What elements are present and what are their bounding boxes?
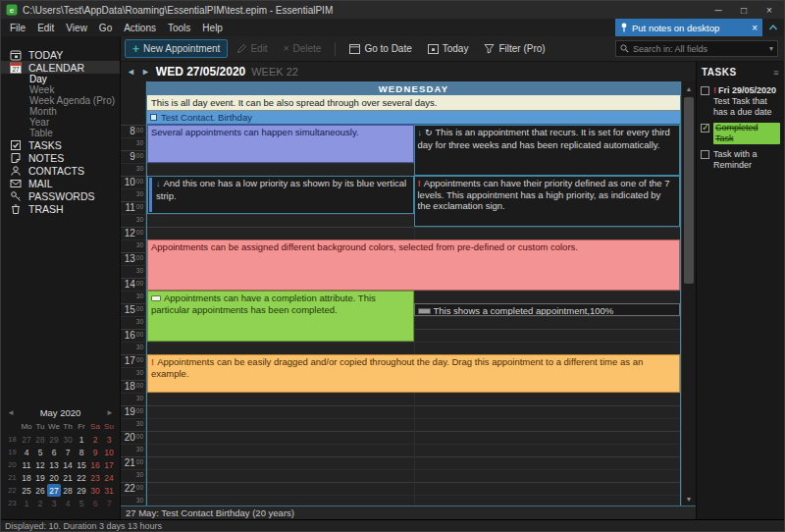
search-dropdown-icon[interactable]: ▾	[769, 44, 773, 53]
mini-calendar-day[interactable]: 28	[33, 433, 47, 446]
notes-banner[interactable]: Put notes on desktop ×	[615, 19, 762, 36]
banner-close-icon[interactable]: ×	[752, 23, 758, 33]
mini-calendar-day[interactable]: 7	[61, 446, 75, 458]
sidebar-item-contacts[interactable]: CONTACTS	[1, 164, 120, 177]
sidebar-item-tasks[interactable]: TASKS	[1, 138, 120, 151]
edit-button[interactable]: Edit	[230, 40, 274, 57]
mini-calendar-day[interactable]: 31	[102, 484, 116, 497]
mini-calendar-day[interactable]: 5	[75, 497, 88, 509]
menu-tools[interactable]: Tools	[162, 21, 196, 35]
task-item[interactable]: Task with a Reminder	[700, 147, 781, 174]
appointment[interactable]: Appointments can be assigned different b…	[147, 239, 680, 291]
mini-calendar-day[interactable]: 5	[33, 446, 47, 458]
mini-calendar-day[interactable]: 20	[47, 471, 61, 484]
appointment[interactable]: Appointments can have a completion attri…	[147, 291, 414, 342]
mini-calendar-day[interactable]: 8	[75, 446, 88, 458]
sidebar-view-month[interactable]: Month	[1, 106, 120, 117]
close-button[interactable]: ×	[757, 2, 782, 19]
search-box[interactable]: ▾	[615, 40, 778, 57]
mini-calendar-next-icon[interactable]: ►	[106, 408, 114, 417]
sidebar-item-today[interactable]: TODAY	[1, 48, 120, 61]
menu-edit[interactable]: Edit	[31, 21, 60, 35]
mini-calendar-day[interactable]: 3	[102, 433, 116, 446]
mini-calendar-day[interactable]: 30	[61, 433, 75, 446]
mini-calendar-day[interactable]: 1	[75, 433, 88, 446]
day-grid[interactable]: Several appointments can happen simultan…	[147, 125, 680, 505]
scrollbar-thumb[interactable]	[684, 97, 694, 284]
mini-calendar-day[interactable]: 6	[88, 497, 102, 509]
mini-calendar-day[interactable]: 27	[47, 484, 61, 497]
mini-calendar-day[interactable]: 23	[88, 471, 102, 484]
all-day-event[interactable]: This is all day event. It can be also sp…	[147, 95, 680, 111]
mini-calendar-day[interactable]: 10	[102, 446, 116, 458]
mini-calendar-day[interactable]: 4	[61, 497, 75, 509]
delete-button[interactable]: × Delete	[277, 40, 329, 57]
mini-calendar-day[interactable]: 18	[20, 471, 33, 484]
mini-calendar-day[interactable]: 29	[75, 484, 88, 497]
mini-calendar-day[interactable]: 2	[88, 433, 102, 446]
sidebar-view-week[interactable]: Week	[1, 84, 120, 95]
vertical-scrollbar[interactable]: ▲ ▼	[681, 81, 696, 505]
mini-calendar-day[interactable]: 14	[61, 458, 75, 471]
appointment[interactable]: Several appointments can happen simultan…	[147, 125, 414, 163]
new-appointment-button[interactable]: + New Appointment	[125, 39, 228, 58]
minimize-button[interactable]: ─	[706, 2, 731, 19]
mini-calendar-day[interactable]: 19	[33, 471, 47, 484]
mini-calendar-prev-icon[interactable]: ◄	[7, 408, 15, 417]
sidebar-item-passwords[interactable]: PASSWORDS	[1, 189, 120, 202]
mini-calendar-day[interactable]: 25	[20, 484, 33, 497]
scroll-up-icon[interactable]: ▲	[682, 81, 696, 95]
task-item[interactable]: !Fri 29/05/2020Test Task that has a due …	[700, 83, 781, 121]
task-checkbox[interactable]	[701, 150, 709, 159]
mini-calendar-day[interactable]: 15	[75, 458, 88, 471]
mini-calendar-day[interactable]: 22	[75, 471, 88, 484]
mini-calendar-day[interactable]: 27	[20, 433, 33, 446]
sidebar-item-calendar[interactable]: 27CALENDAR	[1, 61, 120, 74]
next-day-icon[interactable]: ►	[141, 67, 150, 77]
tasks-menu-icon[interactable]: ≡	[773, 68, 779, 78]
mini-calendar-day[interactable]: 1	[20, 497, 33, 509]
today-button[interactable]: Today	[421, 40, 476, 57]
mini-calendar-day[interactable]: 3	[47, 497, 61, 509]
sidebar-view-day[interactable]: Day	[1, 74, 120, 84]
filter-button[interactable]: Filter (Pro)	[477, 40, 551, 57]
appointment[interactable]: !Appointments can be easily dragged and/…	[147, 354, 680, 393]
mini-calendar-day[interactable]: 29	[47, 433, 61, 446]
maximize-button[interactable]: □	[731, 2, 757, 19]
appointment[interactable]: !Appointments can have their priority de…	[414, 176, 681, 227]
mini-calendar-day[interactable]: 11	[20, 458, 33, 471]
sidebar-item-notes[interactable]: NOTES	[1, 151, 120, 164]
mini-calendar-day[interactable]: 13	[47, 458, 61, 471]
appointment[interactable]: This shows a completed appointment,100%	[414, 303, 681, 316]
mini-calendar-day[interactable]: 6	[47, 446, 61, 458]
menu-file[interactable]: File	[4, 21, 31, 35]
mini-calendar-day[interactable]: 2	[33, 497, 47, 509]
sidebar-item-mail[interactable]: MAIL	[1, 177, 120, 189]
task-item[interactable]: Completed Task	[700, 121, 781, 147]
birthday-event[interactable]: Test Contact. Birthday	[147, 111, 680, 125]
appointment[interactable]: ↓↻This is an appointment that recurs. It…	[414, 125, 681, 176]
task-checkbox[interactable]	[701, 124, 709, 133]
mini-calendar-day[interactable]: 7	[102, 497, 116, 509]
mini-calendar-day[interactable]: 9	[88, 446, 102, 458]
mini-calendar-day[interactable]: 21	[61, 471, 75, 484]
mini-calendar-day[interactable]: 4	[20, 446, 33, 458]
appointment[interactable]: ↓And this one has a low priority as show…	[147, 176, 414, 214]
menu-help[interactable]: Help	[196, 21, 229, 35]
collapse-banner-button[interactable]	[762, 19, 784, 36]
menu-view[interactable]: View	[60, 21, 93, 35]
scrollbar-track[interactable]	[682, 95, 696, 492]
scroll-down-icon[interactable]: ▼	[682, 492, 696, 505]
menu-go[interactable]: Go	[93, 21, 118, 35]
mini-calendar-day[interactable]: 24	[102, 471, 116, 484]
mini-calendar-day[interactable]: 26	[33, 484, 47, 497]
sidebar-view-week-agenda-pro-[interactable]: Week Agenda (Pro)	[1, 95, 120, 106]
sidebar-item-trash[interactable]: TRASH	[1, 202, 120, 215]
go-to-date-button[interactable]: Go to Date	[342, 40, 418, 57]
mini-calendar-day[interactable]: 30	[88, 484, 102, 497]
prev-day-icon[interactable]: ◄	[127, 67, 135, 77]
menu-actions[interactable]: Actions	[118, 21, 162, 35]
mini-calendar-day[interactable]: 28	[61, 484, 75, 497]
task-checkbox[interactable]	[701, 86, 709, 95]
mini-calendar-day[interactable]: 16	[88, 458, 102, 471]
